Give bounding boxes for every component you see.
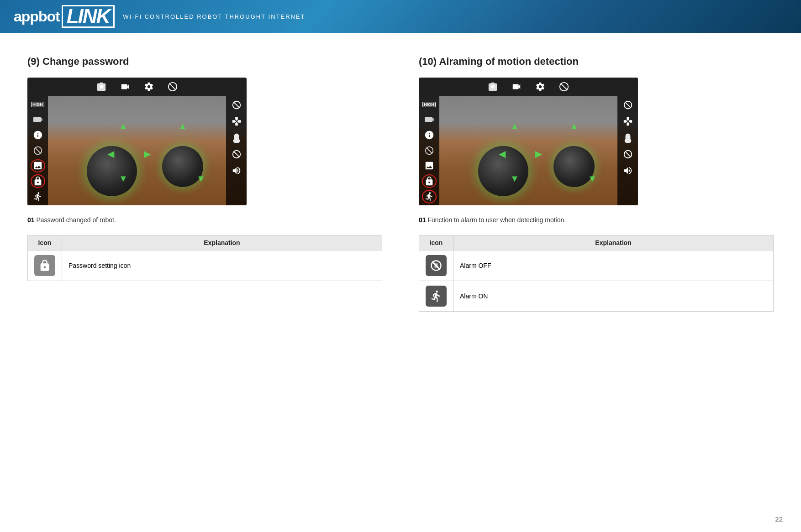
svg-rect-3 [33,117,41,122]
right-toolbar-right [617,78,638,205]
no-icon-r2 [229,147,244,162]
no-cam-icon [31,144,45,157]
nav-right-r: ▶ [535,148,542,159]
temp-icon [229,130,244,145]
page-number: 22 [775,515,783,523]
settings-icon-r [533,79,548,94]
right-table-explanation-header: Explanation [453,235,774,250]
svg-line-13 [561,83,568,90]
nav-up-r: ▲ [510,121,519,131]
speaker-icon-r [621,163,635,178]
right-desc-num: 01 [419,216,426,224]
camera-icon-r [485,79,500,94]
screen-bg-r [419,78,638,205]
no-cam-icon-r [422,144,437,157]
svg-rect-15 [432,118,434,121]
svg-line-10 [233,151,239,157]
nav-left-r: ◀ [499,148,506,159]
image-icon-r [422,159,437,173]
right-table: Icon Explanation Al [419,235,774,312]
lock-icon-box [34,255,55,276]
svg-line-17 [426,147,432,153]
svg-rect-4 [41,118,42,121]
alarm-off-icon-box [426,255,447,276]
right-toolbar-left [226,78,247,205]
nav-down2: ▼ [196,173,206,184]
main-content: (9) Change password [0,33,801,330]
image-icon [31,159,45,173]
nav-right: ▶ [144,148,151,159]
no-icon [165,79,180,94]
robot-screen-left: HIGH [27,78,247,205]
header: appbot LINK Wi-Fi CONTROLLED ROBOT THROU… [0,0,801,33]
battery-icon [31,113,45,127]
alarm-on-explanation: Alarm ON [453,281,774,312]
section-right-title: (10) Alraming of motion detection [419,56,774,68]
svg-line-21 [625,151,631,157]
high-icon: HIGH [31,98,45,111]
no-icon-r3 [557,79,571,94]
lock-icon-cell [28,250,62,281]
battery-icon-r [422,113,437,127]
camera-icon [94,79,109,94]
left-table-explanation-header: Explanation [62,235,382,250]
svg-line-2 [169,83,176,90]
run-icon-highlight-r [422,190,437,203]
settings-icon [142,79,156,94]
section-motion-detection: (10) Alraming of motion detection [419,56,774,312]
top-toolbar-left [48,78,226,96]
table-row-alarm-off: Alarm OFF [419,250,774,281]
svg-line-6 [35,147,41,153]
no-icon-rr2 [621,147,635,162]
svg-rect-14 [425,117,432,122]
lock-icon-highlight [31,174,45,188]
logo: appbot LINK Wi-Fi CONTROLLED ROBOT THROU… [14,5,306,28]
left-description: 01 Password changed of robot. [27,215,382,225]
logo-link: LINK [62,5,115,28]
run-icon [31,190,45,203]
temp-icon-r [621,130,635,145]
logo-appbot: appbot [14,8,60,25]
video-icon [118,79,132,94]
high-icon-r: HIGH [422,98,437,111]
section-left-title: (9) Change password [27,56,382,68]
section-change-password: (9) Change password [27,56,382,312]
info-icon-r [422,128,437,142]
nav-down-r: ▼ [510,173,519,184]
no-icon-rr [621,98,635,112]
screen-bg [27,78,247,205]
table-row-alarm-on: Alarm ON [419,281,774,312]
right-table-icon-header: Icon [419,235,453,250]
speaker-icon [229,163,244,178]
info-icon [31,128,45,142]
robot-screen-right: HIGH [419,78,638,205]
nav-down: ▼ [119,173,128,184]
gamepad-icon-r [621,114,635,129]
table-row: Password setting icon [28,250,382,281]
left-desc-num: 01 [27,216,35,224]
left-table-icon-header: Icon [28,235,62,250]
lock-explanation: Password setting icon [62,250,382,281]
svg-line-8 [233,102,239,108]
header-subtitle: Wi-Fi CONTROLLED ROBOT THROUGHT INTERNET [123,13,305,20]
left-toolbar-right: HIGH [419,78,439,205]
nav-left: ◀ [107,148,114,159]
nav-up2: ▲ [178,121,187,131]
left-table: Icon Explanation Password setting icon [27,235,382,281]
alarm-on-icon-cell [419,281,453,312]
right-description: 01 Function to alarm to user when detect… [419,215,774,225]
nav-up: ▲ [119,121,128,131]
video-icon-r [509,79,524,94]
nav-up2-r: ▲ [569,121,579,131]
top-toolbar-right [439,78,617,96]
no-icon-r [229,98,244,112]
alarm-off-explanation: Alarm OFF [453,250,774,281]
nav-down2-r: ▼ [588,173,597,184]
lock-icon-r [422,174,437,188]
alarm-on-icon-box [426,286,447,307]
alarm-off-icon-cell [419,250,453,281]
left-toolbar-left: HIGH [27,78,48,205]
svg-line-19 [625,102,631,108]
gamepad-icon [229,114,244,129]
